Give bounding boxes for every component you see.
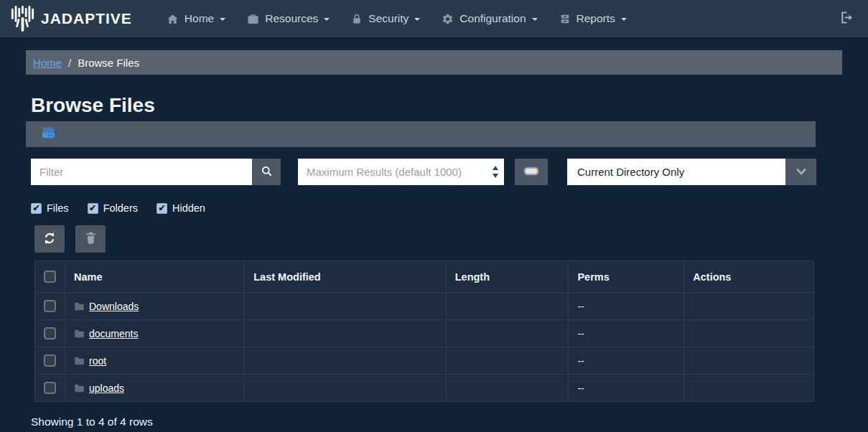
folders-checkbox-label: Folders xyxy=(103,202,138,214)
search-button[interactable] xyxy=(252,159,281,185)
row-checkbox[interactable] xyxy=(44,382,56,394)
sign-out-icon xyxy=(839,10,854,27)
hdd-icon xyxy=(40,126,57,143)
chevron-down-icon xyxy=(414,18,420,21)
jadaptive-logo-icon xyxy=(10,5,34,32)
folder-icon xyxy=(74,383,85,393)
cell-length xyxy=(446,293,569,320)
number-spinner[interactable] xyxy=(487,159,504,185)
select-all-checkbox[interactable] xyxy=(44,271,56,283)
trash-icon xyxy=(85,231,97,247)
chevron-down-icon xyxy=(621,18,627,21)
max-results-apply-button[interactable] xyxy=(515,159,548,185)
breadcrumb-home-link[interactable]: Home xyxy=(33,57,62,69)
scope-select[interactable]: Current Directory Only xyxy=(567,159,816,185)
cell-actions xyxy=(684,320,814,347)
pagination-status: Showing 1 to 4 of 4 rows xyxy=(31,415,868,428)
page-title: Browse Files xyxy=(31,92,868,119)
row-checkbox[interactable] xyxy=(44,354,56,367)
nav-item-configuration[interactable]: Configuration xyxy=(442,12,537,25)
cell-perms: -- xyxy=(569,320,684,347)
filter-group xyxy=(31,159,281,185)
folder-link[interactable]: Downloads xyxy=(89,301,139,312)
folders-checkbox[interactable] xyxy=(88,203,98,214)
top-navbar: JADAPTIVE Home Resources Security xyxy=(0,0,868,37)
breadcrumb: Home / Browse Files xyxy=(26,50,842,75)
folder-link[interactable]: documents xyxy=(89,328,138,339)
chevron-down-icon xyxy=(532,18,538,21)
row-checkbox[interactable] xyxy=(44,300,56,312)
hidden-checkbox[interactable] xyxy=(157,203,167,214)
cell-perms: -- xyxy=(569,293,684,320)
nav-item-home[interactable]: Home xyxy=(167,12,225,25)
nav-item-resources[interactable]: Resources xyxy=(247,12,330,25)
folders-checkbox-item[interactable]: Folders xyxy=(88,202,138,214)
breadcrumb-separator: / xyxy=(68,57,71,69)
spinner-up-icon[interactable] xyxy=(493,166,498,170)
nav-item-label: Resources xyxy=(265,12,318,25)
table-row: documents -- xyxy=(35,320,814,347)
max-results-input[interactable] xyxy=(298,159,487,185)
row-checkbox[interactable] xyxy=(44,327,56,339)
refresh-icon xyxy=(42,231,57,248)
chevron-down-icon xyxy=(324,18,330,21)
path-bar xyxy=(26,121,816,147)
filter-input[interactable] xyxy=(31,159,252,185)
scope-select-chevron-button[interactable] xyxy=(785,159,816,185)
chevron-down-icon xyxy=(220,18,225,21)
cell-perms: -- xyxy=(569,375,684,402)
cell-actions xyxy=(684,347,814,375)
brand-name: JADAPTIVE xyxy=(41,10,132,27)
brand-logo[interactable]: JADAPTIVE xyxy=(10,5,132,32)
files-checkbox-label: Files xyxy=(47,202,69,214)
max-results-group xyxy=(298,159,504,185)
cell-actions xyxy=(684,375,814,402)
pill-icon xyxy=(523,166,539,178)
filter-row: Current Directory Only xyxy=(31,159,868,185)
breadcrumb-current: Browse Files xyxy=(78,57,139,69)
nav-item-security[interactable]: Security xyxy=(351,12,420,25)
folder-link[interactable]: root xyxy=(89,355,106,367)
files-checkbox-item[interactable]: Files xyxy=(31,202,69,214)
folder-icon xyxy=(74,301,85,311)
sign-out-button[interactable] xyxy=(839,10,854,27)
folder-icon xyxy=(74,329,85,338)
column-header-actions: Actions xyxy=(684,261,814,293)
column-header-perms: Perms xyxy=(569,261,684,293)
column-header-name: Name xyxy=(65,261,245,293)
nav-menu: Home Resources Security Configuration xyxy=(167,12,627,25)
folder-link[interactable]: uploads xyxy=(89,382,124,394)
action-buttons-row xyxy=(34,225,868,253)
hidden-checkbox-label: Hidden xyxy=(172,202,205,214)
cell-last-modified xyxy=(245,347,446,375)
column-header-length: Length xyxy=(446,261,569,293)
files-checkbox[interactable] xyxy=(31,203,42,214)
type-filter-row: Files Folders Hidden xyxy=(31,202,868,214)
spinner-down-icon[interactable] xyxy=(493,174,498,178)
nav-item-label: Home xyxy=(185,12,214,25)
refresh-button[interactable] xyxy=(34,225,65,253)
home-icon xyxy=(167,13,179,25)
cell-last-modified xyxy=(245,293,446,320)
cell-length xyxy=(446,320,569,347)
cell-perms: -- xyxy=(569,347,684,375)
root-drive-button[interactable] xyxy=(40,126,57,143)
nav-item-label: Configuration xyxy=(459,12,526,25)
scope-select-value[interactable]: Current Directory Only xyxy=(567,159,785,185)
nav-item-label: Security xyxy=(368,12,409,25)
nav-item-reports[interactable]: Reports xyxy=(559,12,627,25)
archive-icon xyxy=(559,13,571,25)
chevron-down-icon xyxy=(795,166,807,177)
column-header-last-modified: Last Modified xyxy=(245,261,446,293)
hidden-checkbox-item[interactable]: Hidden xyxy=(157,202,205,214)
cell-length xyxy=(446,375,569,402)
table-row: root -- xyxy=(35,347,814,375)
files-table: Name Last Modified Length Perms Actions … xyxy=(34,260,814,402)
folder-icon xyxy=(74,356,85,365)
table-row: Downloads -- xyxy=(35,293,814,320)
gear-icon xyxy=(442,13,454,25)
delete-button[interactable] xyxy=(75,225,106,253)
cell-last-modified xyxy=(245,375,446,402)
cell-length xyxy=(446,347,569,375)
lock-icon xyxy=(351,13,363,25)
